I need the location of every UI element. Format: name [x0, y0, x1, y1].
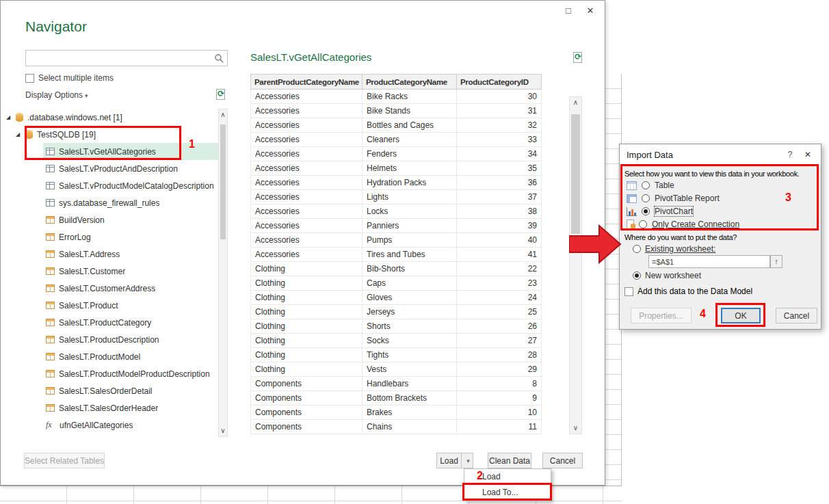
tree-item[interactable]: SalesLT.ProductDescription	[43, 331, 218, 348]
dialog-cancel-button[interactable]: Cancel	[776, 308, 817, 323]
load-button[interactable]: Load	[436, 453, 462, 468]
collapse-dialog-icon[interactable]: ↑	[770, 255, 782, 268]
tree-item-label: BuildVersion	[59, 215, 105, 225]
scroll-thumb[interactable]	[571, 114, 580, 234]
cell: 23	[457, 276, 542, 291]
cell: Clothing	[251, 348, 363, 362]
tree-item-server[interactable]: .database.windows.net [1]	[6, 109, 218, 126]
tree-item[interactable]: ufnGetAllCategories	[43, 416, 218, 434]
tree-item-label: SalesLT.Product	[59, 301, 118, 310]
cell: Panniers	[363, 219, 457, 233]
scroll-thumb[interactable]	[220, 124, 226, 239]
navigator-tree: .database.windows.net [1] TestSQLDB [19]…	[6, 109, 218, 436]
radio-new-worksheet[interactable]	[633, 271, 641, 280]
table-row: ClothingGloves24	[251, 291, 542, 305]
preview-refresh-icon[interactable]	[572, 51, 583, 63]
tree-scrollbar[interactable]: ∧ ∨	[218, 109, 228, 437]
cell: Bib-Shorts	[363, 262, 457, 276]
tree-item[interactable]: sys.database_firewall_rules	[43, 194, 218, 211]
close-icon[interactable]: ✕	[584, 5, 596, 16]
tree-item[interactable]: ErrorLog	[43, 228, 218, 246]
cell: Handlebars	[363, 377, 457, 391]
cell: Accessories	[251, 176, 363, 190]
tree-item[interactable]: SalesLT.ProductModel	[43, 348, 218, 365]
table-row: ClothingSocks27	[251, 334, 542, 348]
tree-item[interactable]: SalesLT.SalesOrderDetail	[43, 382, 218, 399]
tree-item[interactable]: SalesLT.ProductCategory	[43, 314, 218, 331]
load-dropdown-button[interactable]: ▾	[461, 453, 473, 468]
cell-reference-input[interactable]	[648, 255, 770, 268]
cell: 26	[457, 319, 542, 334]
cancel-button[interactable]: Cancel	[542, 453, 583, 468]
radio-pivottable[interactable]	[642, 194, 650, 202]
table-row: AccessoriesBike Stands31	[251, 104, 542, 118]
cell: Accessories	[251, 118, 363, 133]
tree-item[interactable]: SalesLT.Product	[43, 297, 218, 314]
tree-item-label: SalesLT.ProductModelProductDescription	[59, 369, 210, 379]
maximize-icon[interactable]: □	[562, 5, 575, 16]
tree-item[interactable]: SalesLT.vProductModelCatalogDescription	[43, 177, 218, 194]
tree-item-label: SalesLT.CustomerAddress	[59, 284, 155, 293]
clean-data-button[interactable]: Clean Data	[488, 453, 531, 468]
expander-icon[interactable]	[16, 131, 25, 137]
table-icon	[46, 387, 55, 395]
display-options-dropdown[interactable]: Display Options▾	[25, 90, 88, 100]
display-options-label: Display Options	[25, 90, 83, 100]
cell: Components	[251, 420, 363, 434]
select-related-tables-button[interactable]: Select Related Tables	[24, 453, 105, 468]
radio-existing-worksheet[interactable]	[633, 245, 641, 253]
radio-pivotchart-label: PivotChart	[655, 207, 693, 216]
navigator-window: □ ✕ Navigator Select multiple items Disp…	[0, 0, 605, 486]
tree-item-database[interactable]: TestSQLDB [19]	[16, 126, 218, 143]
cell: Accessories	[251, 90, 363, 104]
cell: Shorts	[363, 319, 457, 334]
tree-item-label: SalesLT.ProductCategory	[59, 318, 151, 328]
cell: 29	[457, 362, 542, 377]
radio-connection[interactable]	[639, 220, 647, 228]
cell: 41	[457, 248, 542, 262]
tree-item[interactable]: BuildVersion	[43, 211, 218, 228]
cell: 40	[457, 233, 542, 248]
scroll-down-icon[interactable]: ∨	[570, 423, 581, 433]
tree-item[interactable]: SalesLT.SalesOrderHeader	[43, 399, 218, 416]
display-refresh-icon[interactable]	[215, 88, 226, 100]
properties-button[interactable]: Properties...	[631, 308, 692, 323]
cell: Clothing	[251, 362, 363, 377]
table-row: AccessoriesLights37	[251, 190, 542, 204]
menu-item-load-to[interactable]: Load To...	[464, 485, 551, 501]
radio-table[interactable]	[642, 181, 650, 189]
radio-pivotchart[interactable]	[642, 207, 650, 215]
cell: Tights	[363, 348, 457, 362]
select-multiple-checkbox[interactable]	[25, 74, 34, 83]
search-icon[interactable]	[214, 53, 224, 65]
import-table-icon	[627, 181, 637, 190]
scroll-up-icon[interactable]: ∧	[219, 110, 227, 120]
radio-connection-label: Only Create Connection	[652, 220, 739, 229]
table-icon	[46, 353, 55, 360]
tree-item[interactable]: SalesLT.Address	[43, 246, 218, 263]
cell: Tires and Tubes	[363, 248, 457, 262]
scroll-up-icon[interactable]: ∧	[570, 98, 581, 107]
tree-item[interactable]: SalesLT.CustomerAddress	[43, 280, 218, 297]
help-icon[interactable]: ?	[785, 150, 795, 159]
close-icon[interactable]: ✕	[803, 150, 813, 159]
search-input[interactable]	[29, 51, 211, 65]
cell: Clothing	[251, 334, 363, 348]
scroll-down-icon[interactable]: ∨	[219, 426, 227, 436]
table-row: AccessoriesFenders34	[251, 147, 542, 161]
cell: Bottom Brackets	[363, 391, 457, 406]
ok-button[interactable]: OK	[721, 308, 761, 323]
tree-item[interactable]: SalesLT.vProductAndDescription	[43, 160, 218, 177]
cell: 30	[457, 90, 542, 104]
new-worksheet-label: New worksheet	[645, 271, 701, 280]
tree-item-label: SalesLT.ProductDescription	[59, 335, 159, 345]
table-icon	[46, 302, 55, 309]
expander-icon[interactable]	[6, 114, 16, 120]
cell: Accessories	[251, 104, 363, 118]
cell: Vests	[363, 362, 457, 377]
tree-item[interactable]: SalesLT.ProductModelProductDescription	[43, 365, 218, 382]
data-model-checkbox[interactable]	[624, 287, 633, 296]
cell: 33	[457, 133, 542, 147]
cell: Accessories	[251, 147, 363, 161]
tree-item[interactable]: SalesLT.Customer	[43, 263, 218, 280]
